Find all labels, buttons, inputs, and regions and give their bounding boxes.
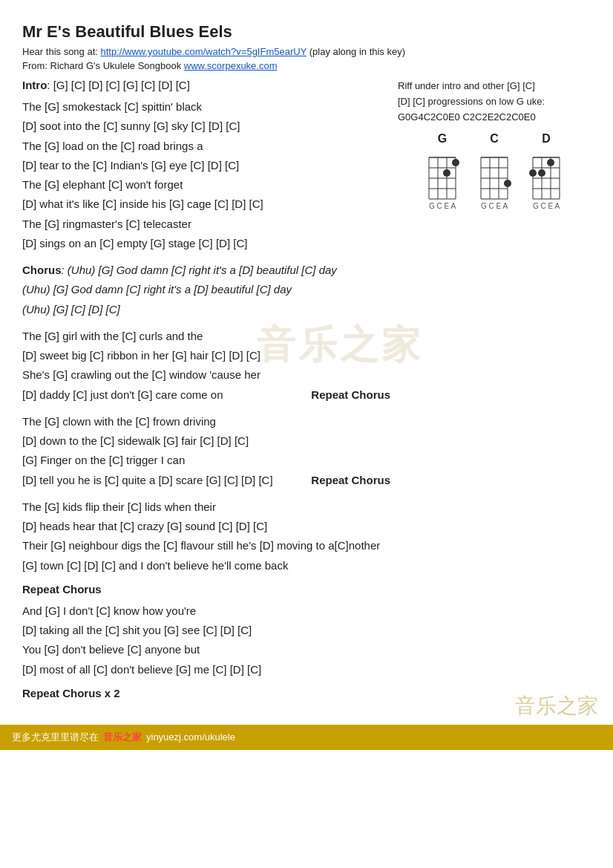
- repeat-chorus-inline-1: Repeat Chorus: [311, 385, 390, 405]
- chord-d: D: [527, 132, 566, 210]
- footer-site-name: 音乐之家: [103, 731, 142, 744]
- chord-g-grid: [423, 149, 462, 202]
- hear-line: Hear this song at: http://www.youtube.co…: [22, 46, 591, 57]
- chord-c-grid: [475, 149, 514, 202]
- right-panel: Riff under intro and other [G] [C] [D] […: [398, 79, 591, 705]
- repeat-chorus-inline-2: Repeat Chorus: [311, 471, 390, 490]
- repeat-chorus-block-1: Repeat Chorus: [22, 583, 390, 595]
- intro-line: Intro: [G] [C] [D] [C] [G] [C] [D] [C]: [22, 79, 390, 91]
- svg-point-32: [547, 159, 554, 166]
- intro-label: Intro: [22, 79, 47, 91]
- page-title: Mr E's Beautiful Blues Eels: [22, 22, 591, 42]
- footer-prefix: 更多尤克里里谱尽在: [12, 731, 99, 744]
- chord-g-name: G: [438, 132, 447, 146]
- chorus-label: Chorus: [22, 264, 62, 276]
- chord-c-name: C: [490, 132, 499, 146]
- from-prefix: From: Richard G's Ukulele Songbook: [22, 60, 184, 71]
- chord-d-grid: [527, 149, 566, 202]
- main-content: Intro: [G] [C] [D] [C] [G] [C] [D] [C] T…: [22, 79, 390, 705]
- page: Mr E's Beautiful Blues Eels Hear this so…: [0, 0, 613, 750]
- footer-suffix: yinyuezj.com/ukulele: [146, 731, 235, 743]
- verse2-block: The [G] girl with the [C] curls and the …: [22, 327, 390, 405]
- svg-point-31: [538, 169, 545, 177]
- riff-line3: G0G4C2C0E0 C2C2E2C2C0E0: [398, 111, 536, 123]
- chord-c-labels: G C E A: [481, 202, 508, 210]
- verse5-block: And [G] I don't [C] know how you're [D] …: [22, 601, 390, 679]
- svg-point-20: [504, 180, 511, 187]
- from-line: From: Richard G's Ukulele Songbook www.s…: [22, 60, 591, 71]
- verse3-block: The [G] clown with the [C] frown driving…: [22, 412, 390, 490]
- verse4-block: The [G] kids flip their [C] lids when th…: [22, 497, 390, 575]
- repeat-chorus-block-2: Repeat Chorus x 2: [22, 687, 390, 699]
- chorus-block: Chorus: (Uhu) [G] God damn [C] right it'…: [22, 261, 390, 319]
- youtube-link[interactable]: http://www.youtube.com/watch?v=5gIFm5ear…: [101, 46, 307, 57]
- svg-point-10: [452, 159, 459, 166]
- verse1-block: The [G] smokestack [C] spittin' black [D…: [22, 97, 390, 253]
- hear-prefix: Hear this song at:: [22, 46, 101, 57]
- footer-bar: 更多尤克里里谱尽在 音乐之家 yinyuezj.com/ukulele: [0, 725, 613, 750]
- svg-point-9: [443, 169, 450, 177]
- riff-text: Riff under intro and other [G] [C] [D] […: [398, 79, 591, 125]
- svg-point-30: [529, 169, 537, 177]
- chord-d-name: D: [542, 132, 551, 146]
- riff-line2: [D] [C] progressions on low G uke:: [398, 96, 545, 107]
- riff-line1: Riff under intro and other [G] [C]: [398, 80, 535, 91]
- chord-d-labels: G C E A: [533, 202, 560, 210]
- two-col-layout: Intro: [G] [C] [D] [C] [G] [C] [D] [C] T…: [22, 79, 591, 705]
- chord-g-labels: G C E A: [429, 202, 456, 210]
- scorpexuke-link[interactable]: www.scorpexuke.com: [184, 60, 278, 71]
- chord-c: C G C E A: [475, 132, 514, 210]
- hear-suffix: (play along in this key): [306, 46, 405, 57]
- chord-diagrams: G: [398, 132, 591, 210]
- chord-g: G: [423, 132, 462, 210]
